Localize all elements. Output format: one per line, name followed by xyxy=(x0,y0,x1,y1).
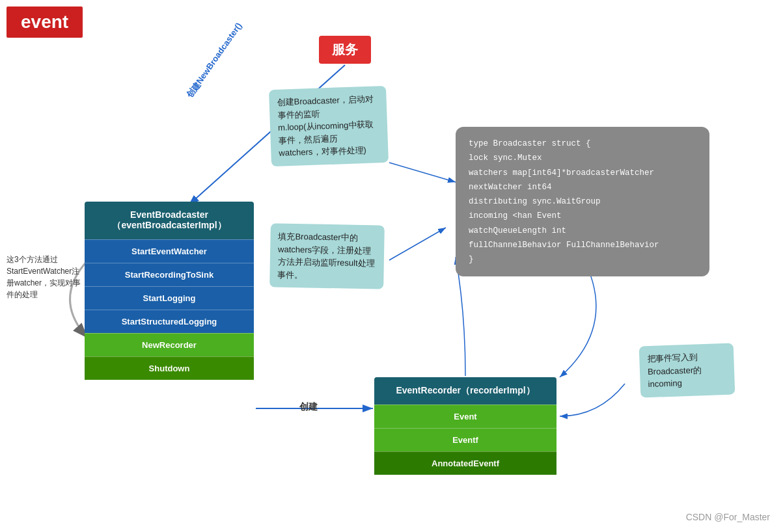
sticky-note-2: 填充Broadcaster中的watchers字段，注册处理方法并启动监听res… xyxy=(269,223,385,289)
er-row-eventf: Eventf xyxy=(374,428,556,451)
eb-row-shutdown: Shutdown xyxy=(85,356,254,380)
svg-line-5 xyxy=(389,228,446,260)
csdn-watermark: CSDN @For_Master xyxy=(686,512,770,522)
eb-row-start-event-watcher: StartEventWatcher xyxy=(85,239,254,263)
sticky-note-1: 创建Broadcaster，启动对事件的监听 m.loop(从incoming中… xyxy=(269,86,389,166)
event-recorder-block: EventRecorder（recorderImpl） Event Eventf… xyxy=(374,377,556,475)
eb-row-new-recorder: NewRecorder xyxy=(85,333,254,356)
er-row-annotated-eventf: AnnotatedEventf xyxy=(374,451,556,475)
eb-row-start-recording-to-sink: StartRecordingToSink xyxy=(85,263,254,286)
sticky-note-3: 把事件写入到Broadcaster的incoming xyxy=(639,343,735,397)
svg-line-4 xyxy=(389,163,456,182)
eb-row-start-structured-logging: StartStructuredLogging xyxy=(85,310,254,333)
fuwu-box: 服务 xyxy=(319,36,371,64)
eb-row-start-logging: StartLogging xyxy=(85,286,254,310)
struct-box: type Broadcaster struct { lock sync.Mute… xyxy=(456,127,709,276)
chuangjian-label: 创建 xyxy=(299,401,318,413)
page-title: event xyxy=(7,7,83,38)
event-broadcaster-block: EventBroadcaster （eventBroadcasterImpl） … xyxy=(85,202,254,380)
er-row-event: Event xyxy=(374,405,556,428)
event-broadcaster-header: EventBroadcaster （eventBroadcasterImpl） xyxy=(85,202,254,239)
left-annotation: 这3个方法通过StartEventWatcher注册watcher，实现对事件的… xyxy=(7,254,85,300)
event-recorder-header: EventRecorder（recorderImpl） xyxy=(374,377,556,405)
diagonal-label: 创建NewBroadcaster() xyxy=(184,20,245,100)
